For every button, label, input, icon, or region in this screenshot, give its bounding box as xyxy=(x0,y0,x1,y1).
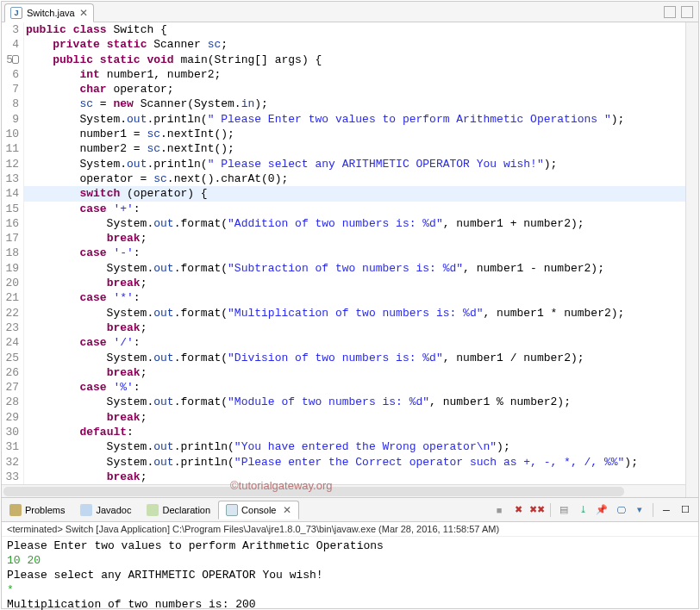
code-line[interactable]: case '*': xyxy=(26,290,685,305)
line-number[interactable]: 30 xyxy=(2,425,19,439)
console-view-tab[interactable]: Console ✕ xyxy=(218,501,299,520)
line-number[interactable]: 26 xyxy=(2,365,19,380)
code-line[interactable]: case '%': xyxy=(26,380,685,395)
code-line[interactable]: number2 = sc.nextInt(); xyxy=(26,141,685,156)
code-line[interactable]: case '-': xyxy=(26,246,685,260)
line-number[interactable]: 13 xyxy=(2,171,19,186)
line-number[interactable]: 5 xyxy=(2,53,19,67)
line-number[interactable]: 8 xyxy=(2,96,19,111)
watermark-text: ©tutorialgateway.org xyxy=(230,479,332,492)
code-line[interactable]: System.out.println(" Please Enter two va… xyxy=(26,112,685,127)
console-label: Console xyxy=(241,505,276,515)
line-number[interactable]: 3 xyxy=(2,22,19,37)
line-number[interactable]: 4 xyxy=(2,37,19,52)
line-number[interactable]: 22 xyxy=(2,306,19,321)
line-number[interactable]: 19 xyxy=(2,261,19,276)
pin-console-button[interactable]: 📌 xyxy=(594,502,609,518)
line-number[interactable]: 32 xyxy=(2,455,19,470)
code-line[interactable]: public static void main(String[] args) { xyxy=(26,53,685,67)
open-console-button[interactable]: ▾ xyxy=(632,502,647,518)
minimize-console-button[interactable]: ─ xyxy=(659,502,674,518)
line-number[interactable]: 29 xyxy=(2,410,19,425)
horizontal-scrollbar[interactable] xyxy=(2,484,685,497)
line-number[interactable]: 17 xyxy=(2,231,19,246)
code-line[interactable]: private static Scanner sc; xyxy=(26,37,685,52)
problems-icon xyxy=(9,504,22,516)
console-line: Please Enter two values to perform Arith… xyxy=(7,538,693,553)
editor-tab-bar: J Switch.java ✕ xyxy=(2,2,698,22)
code-line[interactable]: char operator; xyxy=(26,82,685,96)
line-number[interactable]: 24 xyxy=(2,335,19,350)
line-number[interactable]: 31 xyxy=(2,439,19,454)
display-selected-console-button[interactable]: 🖵 xyxy=(613,502,628,518)
code-line[interactable]: case '+': xyxy=(26,202,685,216)
editor-tab-label: Switch.java xyxy=(27,8,75,18)
code-line[interactable]: operator = sc.next().charAt(0); xyxy=(26,171,685,186)
code-line[interactable]: default: xyxy=(26,425,685,439)
code-line[interactable]: break; xyxy=(26,365,685,380)
line-number[interactable]: 7 xyxy=(2,82,19,96)
console-icon xyxy=(226,504,238,516)
code-line[interactable]: System.out.println(" Please select any A… xyxy=(26,157,685,171)
line-number[interactable]: 23 xyxy=(2,321,19,335)
line-number[interactable]: 27 xyxy=(2,380,19,395)
code-line[interactable]: break; xyxy=(26,276,685,290)
code-line[interactable]: break; xyxy=(26,321,685,335)
code-line[interactable]: case '/': xyxy=(26,335,685,350)
code-line[interactable]: number1 = sc.nextInt(); xyxy=(26,127,685,141)
code-line[interactable]: System.out.format("Subtraction of two nu… xyxy=(26,261,685,276)
close-tab-icon[interactable]: ✕ xyxy=(79,7,88,19)
code-line[interactable]: System.out.format("Multiplication of two… xyxy=(26,306,685,321)
line-number[interactable]: 6 xyxy=(2,67,19,82)
line-number[interactable]: 28 xyxy=(2,395,19,409)
line-number[interactable]: 16 xyxy=(2,216,19,231)
code-line[interactable]: System.out.format("Division of two numbe… xyxy=(26,351,685,365)
line-number[interactable]: 21 xyxy=(2,290,19,305)
console-line: Please select any ARITHMETIC OPERATOR Yo… xyxy=(7,568,693,582)
line-number-gutter[interactable]: 3456789101112131415161718192021222324252… xyxy=(2,22,24,497)
code-line[interactable]: System.out.format("Module of two numbers… xyxy=(26,395,685,409)
maximize-view-icon[interactable] xyxy=(681,6,693,18)
code-line[interactable]: sc = new Scanner(System.in); xyxy=(26,96,685,111)
code-line[interactable]: System.out.println("Please enter the Cor… xyxy=(26,455,685,470)
close-console-icon[interactable]: ✕ xyxy=(283,504,291,516)
code-line[interactable]: break; xyxy=(26,470,685,484)
terminate-button[interactable]: ■ xyxy=(491,502,507,518)
line-number[interactable]: 25 xyxy=(2,351,19,365)
code-line[interactable]: public class Switch { xyxy=(26,22,685,37)
javadoc-label: Javadoc xyxy=(96,505,131,515)
javadoc-view-tab[interactable]: Javadoc xyxy=(72,501,139,520)
line-number[interactable]: 14 xyxy=(2,186,19,201)
code-line[interactable]: break; xyxy=(26,231,685,246)
console-output[interactable]: Please Enter two values to perform Arith… xyxy=(2,537,698,610)
code-line[interactable]: System.out.println("You have entered the… xyxy=(26,439,685,454)
problems-label: Problems xyxy=(25,505,65,515)
editor-pane: 3456789101112131415161718192021222324252… xyxy=(2,22,698,498)
minimize-view-icon[interactable] xyxy=(664,6,676,18)
scroll-lock-button[interactable]: ⤓ xyxy=(575,502,591,518)
line-number[interactable]: 12 xyxy=(2,157,19,171)
problems-view-tab[interactable]: Problems xyxy=(2,501,72,520)
maximize-console-button[interactable]: ☐ xyxy=(678,502,693,518)
line-number[interactable]: 11 xyxy=(2,141,19,156)
code-line[interactable]: break; xyxy=(26,410,685,425)
vertical-scrollbar[interactable] xyxy=(685,22,698,497)
line-number[interactable]: 10 xyxy=(2,127,19,141)
remove-launch-button[interactable]: ✖ xyxy=(510,502,526,518)
code-line[interactable]: System.out.format("Addition of two numbe… xyxy=(26,216,685,231)
javadoc-icon xyxy=(80,504,92,516)
line-number[interactable]: 18 xyxy=(2,246,19,260)
editor-tab-switch-java[interactable]: J Switch.java ✕ xyxy=(4,3,94,22)
line-number[interactable]: 9 xyxy=(2,112,19,127)
clear-console-button[interactable]: ▤ xyxy=(556,502,572,518)
code-area[interactable]: public class Switch { private static Sca… xyxy=(24,22,685,497)
code-line[interactable]: switch (operator) { xyxy=(26,186,685,201)
declaration-label: Declaration xyxy=(162,505,210,515)
remove-all-button[interactable]: ✖✖ xyxy=(529,502,545,518)
console-input-line: 10 20 xyxy=(7,553,693,568)
code-line[interactable]: int number1, number2; xyxy=(26,67,685,82)
line-number[interactable]: 15 xyxy=(2,202,19,216)
line-number[interactable]: 20 xyxy=(2,276,19,290)
declaration-view-tab[interactable]: Declaration xyxy=(139,501,218,520)
line-number[interactable]: 33 xyxy=(2,470,19,484)
